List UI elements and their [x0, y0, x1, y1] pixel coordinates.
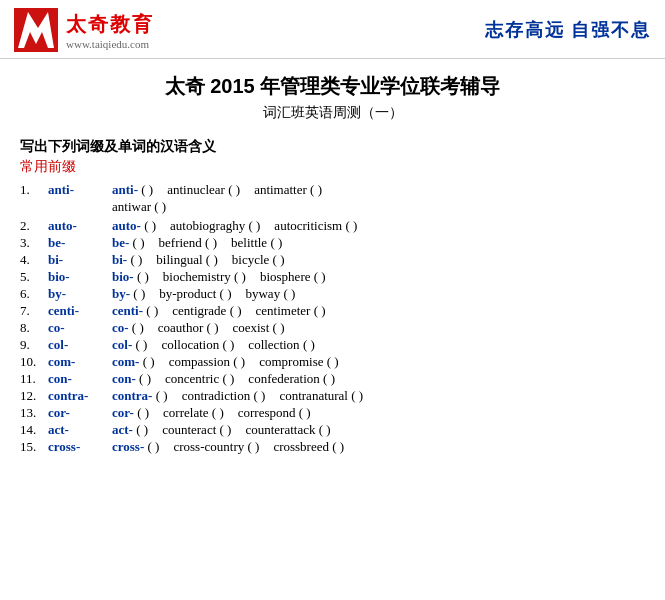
- word-group: bio- ( ): [112, 269, 149, 285]
- words-area: be- ( )befriend ( )belittle ( ): [112, 235, 645, 251]
- close-paren: ): [353, 218, 357, 233]
- close-paren: ): [340, 439, 344, 454]
- open-paren: (: [203, 252, 214, 267]
- prefix-label: be-: [48, 235, 112, 251]
- word-label: antinuclear: [167, 182, 225, 197]
- instruction: 写出下列词缀及单词的汉语含义: [20, 138, 645, 156]
- section-label: 常用前缀: [20, 158, 645, 176]
- logo-icon: [14, 8, 58, 52]
- table-row: 13.cor-cor- ( )correlate ( )correspond (…: [20, 405, 645, 421]
- close-paren: ): [256, 218, 260, 233]
- word-group: bicycle ( ): [232, 252, 285, 268]
- word-label: compassion: [169, 354, 230, 369]
- word-group: be- ( ): [112, 235, 145, 251]
- close-paren: ): [237, 303, 241, 318]
- row-number: 4.: [20, 252, 48, 268]
- word-group: compassion ( ): [169, 354, 246, 370]
- open-paren: (: [202, 235, 213, 250]
- word-label: crossbreed: [273, 439, 329, 454]
- prefix-label: con-: [48, 371, 112, 387]
- close-paren: ): [310, 337, 314, 352]
- word-group: befriend ( ): [159, 235, 218, 251]
- open-paren: (: [139, 354, 150, 369]
- table-row: 2.auto-auto- ( )autobiograghy ( )autocri…: [20, 218, 645, 234]
- open-paren: (: [300, 337, 311, 352]
- open-paren: (: [134, 405, 145, 420]
- word-group: belittle ( ): [231, 235, 282, 251]
- word-label: auto-: [112, 218, 141, 233]
- word-label: counteract: [162, 422, 216, 437]
- words-area: anti- ( )antinuclear ( )antimatter ( ): [112, 182, 645, 198]
- close-paren: ): [150, 354, 154, 369]
- word-label: correspond: [238, 405, 296, 420]
- close-paren: ): [334, 354, 338, 369]
- open-paren: (: [315, 422, 326, 437]
- row-number: 1.: [20, 182, 48, 198]
- main-title: 太奇 2015 年管理类专业学位联考辅导: [0, 73, 665, 100]
- close-paren: ): [154, 303, 158, 318]
- word-group: com- ( ): [112, 354, 155, 370]
- open-paren: (: [348, 388, 359, 403]
- word-label: cross-country: [173, 439, 244, 454]
- word-label: bio-: [112, 269, 134, 284]
- word-list: 1.anti-anti- ( )antinuclear ( )antimatte…: [20, 182, 645, 455]
- open-paren: (: [134, 269, 145, 284]
- close-paren: ): [326, 422, 330, 437]
- word-label: bi-: [112, 252, 127, 267]
- open-paren: (: [323, 354, 334, 369]
- open-paren: (: [133, 422, 144, 437]
- sub-title: 词汇班英语周测（一）: [0, 104, 665, 122]
- open-paren: (: [245, 218, 256, 233]
- close-paren: ): [280, 252, 284, 267]
- row-number: 11.: [20, 371, 48, 387]
- header: 太奇教育 www.taiqiedu.com 志存高远 自强不息: [0, 0, 665, 59]
- word-group: antinuclear ( ): [167, 182, 240, 198]
- word-group: antiwar ( ): [112, 199, 166, 215]
- open-paren: (: [129, 235, 140, 250]
- word-label: byway: [245, 286, 280, 301]
- word-group: autocriticism ( ): [274, 218, 357, 234]
- word-label: autocriticism: [274, 218, 342, 233]
- logo-name: 太奇教育: [66, 11, 154, 38]
- prefix-label: co-: [48, 320, 112, 336]
- word-group: concentric ( ): [165, 371, 234, 387]
- word-group: contranatural ( ): [279, 388, 363, 404]
- word-group: by-product ( ): [159, 286, 231, 302]
- close-paren: ): [147, 371, 151, 386]
- row-number: 15.: [20, 439, 48, 455]
- title-section: 太奇 2015 年管理类专业学位联考辅导 词汇班英语周测（一）: [0, 59, 665, 128]
- word-label: antimatter: [254, 182, 307, 197]
- table-row: 11.con-con- ( )concentric ( )confederati…: [20, 371, 645, 387]
- prefix-label: contra-: [48, 388, 112, 404]
- prefix-label: bi-: [48, 252, 112, 268]
- close-paren: ): [318, 182, 322, 197]
- words-area: col- ( )collocation ( )collection ( ): [112, 337, 645, 353]
- row-number: 9.: [20, 337, 48, 353]
- table-row: 12.contra-contra- ( )contradiction ( )co…: [20, 388, 645, 404]
- open-paren: (: [310, 269, 321, 284]
- close-paren: ): [163, 388, 167, 403]
- word-label: co-: [112, 320, 129, 335]
- word-label: coauthor: [158, 320, 203, 335]
- word-label: centimeter: [256, 303, 311, 318]
- open-paren: (: [129, 320, 140, 335]
- words-area: by- ( )by-product ( )byway ( ): [112, 286, 645, 302]
- word-label: befriend: [159, 235, 202, 250]
- open-paren: (: [320, 371, 331, 386]
- words-area: auto- ( )autobiograghy ( )autocriticism …: [112, 218, 645, 234]
- close-paren: ): [331, 371, 335, 386]
- word-label: coexist: [232, 320, 269, 335]
- prefix-label: auto-: [48, 218, 112, 234]
- open-paren: (: [231, 269, 242, 284]
- close-paren: ): [261, 388, 265, 403]
- word-group: counteract ( ): [162, 422, 231, 438]
- close-paren: ): [145, 269, 149, 284]
- close-paren: ): [144, 422, 148, 437]
- word-group: auto- ( ): [112, 218, 156, 234]
- table-row: 1.anti-anti- ( )antinuclear ( )antimatte…: [20, 182, 645, 198]
- close-paren: ): [227, 422, 231, 437]
- word-group: collection ( ): [248, 337, 314, 353]
- word-group: confederation ( ): [248, 371, 335, 387]
- word-group: centimeter ( ): [256, 303, 326, 319]
- word-group: bilingual ( ): [156, 252, 217, 268]
